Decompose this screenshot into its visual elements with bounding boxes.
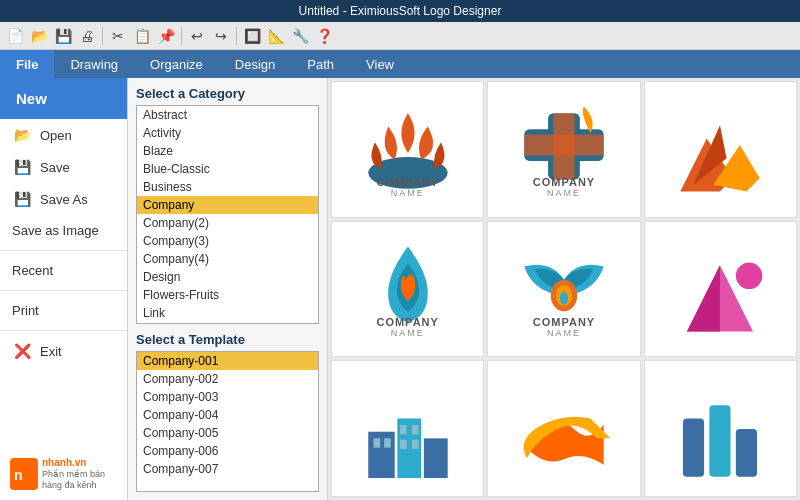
print-button[interactable]: Print bbox=[0, 295, 127, 326]
ribbon-tabs: File Drawing Organize Design Path View bbox=[0, 50, 800, 78]
recent-button[interactable]: Recent bbox=[0, 255, 127, 286]
category-item[interactable]: Company(3) bbox=[137, 232, 318, 250]
logo-gallery: COMPANYNAME COMPANYNAME COMPANYNAME COMP… bbox=[328, 78, 800, 500]
template-item[interactable]: Company-001 bbox=[137, 352, 318, 370]
template-item[interactable]: Company-006 bbox=[137, 442, 318, 460]
logo-company-sub: NAME bbox=[547, 328, 581, 338]
tab-file[interactable]: File bbox=[0, 50, 54, 78]
svg-rect-21 bbox=[710, 405, 731, 476]
exit-button[interactable]: ❌ Exit bbox=[0, 335, 127, 367]
toolbar-settings[interactable]: 🔧 bbox=[289, 25, 311, 47]
logo-company-sub: NAME bbox=[547, 188, 581, 198]
svg-rect-18 bbox=[400, 439, 407, 448]
sep3 bbox=[236, 27, 237, 45]
tab-drawing[interactable]: Drawing bbox=[54, 50, 134, 78]
category-list-container: AbstractActivityBlazeBlue-ClassicBusines… bbox=[136, 105, 319, 324]
save-label: Save bbox=[40, 160, 70, 175]
toolbar-copy[interactable]: 📋 bbox=[131, 25, 153, 47]
category-item[interactable]: Abstract bbox=[137, 106, 318, 124]
save-as-icon: 💾 bbox=[12, 191, 32, 207]
template-item[interactable]: Company-003 bbox=[137, 388, 318, 406]
svg-rect-11 bbox=[368, 431, 394, 477]
gallery-item[interactable]: COMPANYNAME bbox=[331, 81, 484, 218]
svg-rect-17 bbox=[412, 425, 419, 434]
menu-sep1 bbox=[0, 250, 127, 251]
category-item[interactable]: Company(2) bbox=[137, 214, 318, 232]
toolbar-redo[interactable]: ↪ bbox=[210, 25, 232, 47]
category-item[interactable]: Design bbox=[137, 268, 318, 286]
tab-design[interactable]: Design bbox=[219, 50, 291, 78]
file-menu: New 📂 Open 💾 Save 💾 Save As Save as Imag… bbox=[0, 78, 128, 500]
template-item[interactable]: Company-004 bbox=[137, 406, 318, 424]
gallery-item[interactable] bbox=[644, 360, 797, 497]
gallery-item[interactable] bbox=[487, 360, 640, 497]
open-button[interactable]: 📂 Open bbox=[0, 119, 127, 151]
svg-rect-13 bbox=[424, 438, 448, 478]
svg-point-10 bbox=[736, 263, 762, 289]
logo-company-name: COMPANY bbox=[376, 316, 438, 328]
toolbar-print[interactable]: 🖨 bbox=[76, 25, 98, 47]
toolbar-open[interactable]: 📂 bbox=[28, 25, 50, 47]
toolbar-save[interactable]: 💾 bbox=[52, 25, 74, 47]
tab-organize[interactable]: Organize bbox=[134, 50, 219, 78]
template-item[interactable]: Company-007 bbox=[137, 460, 318, 478]
nhanh-text: nhanh.vn Phần mềm bán hàng đa kênh bbox=[42, 456, 117, 492]
save-as-label: Save As bbox=[40, 192, 88, 207]
toolbar-shape[interactable]: 📐 bbox=[265, 25, 287, 47]
svg-rect-15 bbox=[384, 438, 391, 447]
recent-label: Recent bbox=[12, 263, 53, 278]
category-item[interactable]: Company bbox=[137, 196, 318, 214]
category-item[interactable]: Company(4) bbox=[137, 250, 318, 268]
template-item[interactable]: Company-002 bbox=[137, 370, 318, 388]
template-list-container: Company-001Company-002Company-003Company… bbox=[136, 351, 319, 492]
category-item[interactable]: Misc bbox=[137, 322, 318, 323]
nhanh-line2: Phần mềm bán hàng đa kênh bbox=[42, 469, 117, 492]
category-item[interactable]: Flowers-Fruits bbox=[137, 286, 318, 304]
category-title: Select a Category bbox=[136, 86, 319, 101]
svg-rect-14 bbox=[373, 438, 380, 447]
toolbar-help[interactable]: ❓ bbox=[313, 25, 335, 47]
category-item[interactable]: Business bbox=[137, 178, 318, 196]
center-panel: Select a Category AbstractActivityBlazeB… bbox=[128, 78, 328, 500]
svg-rect-16 bbox=[400, 425, 407, 434]
category-item[interactable]: Activity bbox=[137, 124, 318, 142]
template-title: Select a Template bbox=[136, 332, 319, 347]
toolbar-undo[interactable]: ↩ bbox=[186, 25, 208, 47]
toolbar-rect[interactable]: 🔲 bbox=[241, 25, 263, 47]
gallery-item[interactable] bbox=[644, 221, 797, 358]
exit-icon: ❌ bbox=[12, 343, 32, 359]
tab-view[interactable]: View bbox=[350, 50, 410, 78]
template-section: Select a Template Company-001Company-002… bbox=[136, 332, 319, 492]
gallery-item[interactable]: COMPANYNAME bbox=[487, 81, 640, 218]
toolbar-paste[interactable]: 📌 bbox=[155, 25, 177, 47]
open-icon: 📂 bbox=[12, 127, 32, 143]
template-item[interactable]: Company-005 bbox=[137, 424, 318, 442]
save-as-button[interactable]: 💾 Save As bbox=[0, 183, 127, 215]
svg-text:n: n bbox=[14, 467, 23, 483]
template-list-scroll[interactable]: Company-001Company-002Company-003Company… bbox=[137, 352, 318, 491]
toolbar-cut[interactable]: ✂ bbox=[107, 25, 129, 47]
sep2 bbox=[181, 27, 182, 45]
logo-company-sub: NAME bbox=[391, 328, 425, 338]
exit-label: Exit bbox=[40, 344, 62, 359]
save-as-image-button[interactable]: Save as Image bbox=[0, 215, 127, 246]
gallery-item[interactable] bbox=[331, 360, 484, 497]
save-button[interactable]: 💾 Save bbox=[0, 151, 127, 183]
gallery-item[interactable] bbox=[644, 81, 797, 218]
svg-rect-22 bbox=[736, 429, 757, 477]
svg-rect-19 bbox=[412, 439, 419, 448]
gallery-item[interactable]: COMPANYNAME bbox=[487, 221, 640, 358]
category-item[interactable]: Link bbox=[137, 304, 318, 322]
menu-sep2 bbox=[0, 290, 127, 291]
new-button[interactable]: New bbox=[0, 78, 127, 119]
gallery-item[interactable]: COMPANYNAME bbox=[331, 221, 484, 358]
open-label: Open bbox=[40, 128, 72, 143]
menu-sep3 bbox=[0, 330, 127, 331]
logo-company-sub: NAME bbox=[391, 188, 425, 198]
category-item[interactable]: Blue-Classic bbox=[137, 160, 318, 178]
category-list-scroll[interactable]: AbstractActivityBlazeBlue-ClassicBusines… bbox=[137, 106, 318, 323]
tab-path[interactable]: Path bbox=[291, 50, 350, 78]
category-item[interactable]: Blaze bbox=[137, 142, 318, 160]
toolbar-new[interactable]: 📄 bbox=[4, 25, 26, 47]
category-section: Select a Category AbstractActivityBlazeB… bbox=[136, 86, 319, 324]
